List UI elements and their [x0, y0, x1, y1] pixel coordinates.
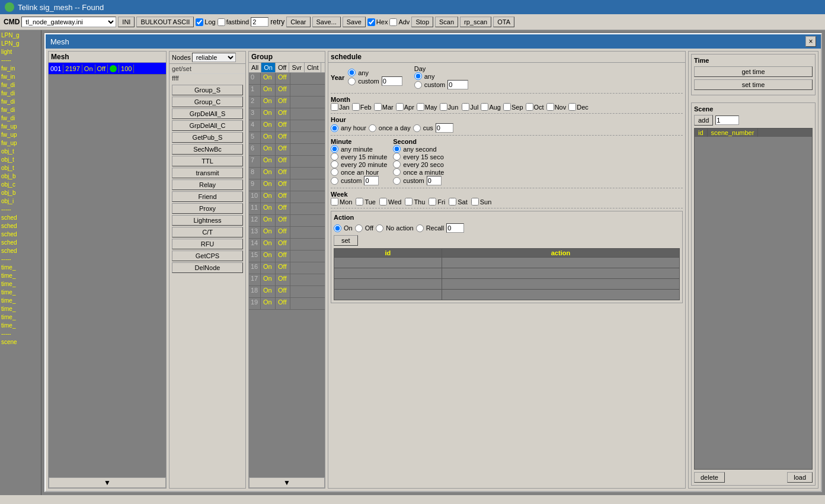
week-checkbox-mon[interactable]	[331, 198, 338, 206]
get-time-button[interactable]: get time	[694, 66, 813, 77]
ota-button[interactable]: OTA	[493, 17, 514, 27]
group-header-off[interactable]: Off	[276, 63, 289, 72]
scene-table[interactable]: id scene_number	[694, 128, 813, 470]
modal-close-button[interactable]: ×	[805, 36, 816, 47]
mesh-table[interactable]: 001 2197 On Off 100	[49, 63, 166, 477]
group-on[interactable]: On	[261, 191, 276, 203]
retry-input[interactable]	[251, 17, 268, 27]
ini-button[interactable]: INI	[118, 17, 135, 27]
group-off[interactable]: Off	[276, 251, 290, 262]
hour-once-radio[interactable]	[369, 124, 376, 132]
day-custom-input[interactable]	[447, 80, 468, 89]
min-15-radio[interactable]	[331, 153, 338, 160]
hour-any-radio[interactable]	[331, 124, 338, 132]
group-on[interactable]: On	[261, 274, 276, 285]
group-row[interactable]: 5OnOff	[249, 132, 325, 144]
group-on[interactable]: On	[261, 120, 276, 131]
group-on[interactable]: On	[261, 156, 276, 167]
nodes-btn-groups[interactable]: Group_S	[172, 85, 243, 95]
group-row[interactable]: 14OnOff	[249, 239, 325, 251]
day-any-radio[interactable]	[414, 72, 422, 80]
nodes-btn-getcps[interactable]: GetCPS	[172, 251, 243, 261]
group-row[interactable]: 16OnOff	[249, 262, 325, 274]
group-off[interactable]: Off	[276, 239, 290, 250]
year-custom-radio[interactable]	[348, 78, 356, 85]
week-checkbox-fri[interactable]	[429, 198, 436, 206]
group-row[interactable]: 2OnOff	[249, 97, 325, 108]
year-any-radio[interactable]	[348, 69, 356, 76]
ini-file-select[interactable]: tl_node_gateway.ini	[21, 17, 116, 27]
month-checkbox-oct[interactable]	[526, 103, 533, 111]
group-off[interactable]: Off	[276, 85, 290, 96]
action-recall-radio[interactable]	[416, 224, 424, 232]
log-checkbox[interactable]	[196, 18, 203, 26]
month-checkbox-jan[interactable]	[331, 103, 338, 111]
month-checkbox-sep[interactable]	[503, 103, 511, 111]
action-recall-input[interactable]	[446, 223, 464, 233]
group-header-svr[interactable]: Svr	[289, 63, 305, 72]
min-hour-radio[interactable]	[331, 168, 338, 176]
mesh-off-cell[interactable]: Off	[95, 65, 108, 73]
rp-scan-button[interactable]: rp_scan	[460, 17, 491, 27]
week-checkbox-tue[interactable]	[356, 198, 363, 206]
group-off[interactable]: Off	[276, 168, 290, 179]
group-on[interactable]: On	[261, 144, 276, 155]
day-custom-radio[interactable]	[414, 81, 422, 89]
group-on[interactable]: On	[261, 168, 276, 179]
group-on[interactable]: On	[261, 286, 276, 297]
week-checkbox-sat[interactable]	[449, 198, 456, 206]
save-dots-button[interactable]: Save...	[312, 17, 341, 27]
action-no-radio[interactable]	[376, 224, 383, 232]
group-row[interactable]: 7OnOff	[249, 156, 325, 168]
group-scroll-down[interactable]: ▼	[249, 477, 325, 488]
mesh-scroll-down[interactable]: ▼	[49, 477, 166, 488]
month-checkbox-dec[interactable]	[568, 103, 576, 111]
nodes-btn-transmit[interactable]: transmit	[172, 168, 243, 178]
nodes-btn-ct[interactable]: C/T	[172, 227, 243, 237]
month-checkbox-aug[interactable]	[481, 103, 488, 111]
group-row[interactable]: 8OnOff	[249, 168, 325, 179]
hex-checkbox[interactable]	[367, 18, 375, 26]
save-button[interactable]: Save	[343, 17, 366, 27]
mesh-on-cell[interactable]: On	[82, 65, 95, 73]
group-row[interactable]: 13OnOff	[249, 227, 325, 239]
group-row[interactable]: 18OnOff	[249, 286, 325, 298]
nodes-btn-lightness[interactable]: Lightness	[172, 215, 243, 226]
group-on[interactable]: On	[261, 227, 276, 238]
hour-custom-input[interactable]	[436, 123, 453, 133]
nodes-btn-ttl[interactable]: TTL	[172, 156, 243, 166]
group-off[interactable]: Off	[276, 274, 290, 285]
group-on[interactable]: On	[261, 179, 276, 191]
group-off[interactable]: Off	[276, 298, 290, 309]
hour-custom-radio[interactable]	[413, 124, 421, 132]
group-on[interactable]: On	[261, 85, 276, 96]
sec-minute-radio[interactable]	[393, 168, 401, 176]
group-off[interactable]: Off	[276, 120, 290, 131]
group-off[interactable]: Off	[276, 262, 290, 274]
nodes-mode-select[interactable]: reliable unreliable	[192, 53, 236, 62]
group-off[interactable]: Off	[276, 97, 290, 108]
scene-load-button[interactable]: load	[787, 472, 813, 483]
adv-checkbox[interactable]	[389, 18, 397, 26]
mesh-row[interactable]: 001 2197 On Off 100	[49, 63, 166, 75]
month-checkbox-mar[interactable]	[374, 103, 382, 111]
group-off[interactable]: Off	[276, 132, 290, 143]
scene-delete-button[interactable]: delete	[694, 472, 725, 483]
sec-15-radio[interactable]	[393, 153, 401, 160]
week-checkbox-sun[interactable]	[471, 198, 479, 206]
group-on[interactable]: On	[261, 97, 276, 108]
nodes-btn-getpubs[interactable]: GetPub_S	[172, 132, 243, 143]
group-off[interactable]: Off	[276, 215, 290, 226]
group-row[interactable]: 6OnOff	[249, 144, 325, 156]
group-row[interactable]: 12OnOff	[249, 215, 325, 227]
action-off-radio[interactable]	[355, 224, 363, 232]
group-off[interactable]: Off	[276, 108, 290, 120]
scan-button[interactable]: Scan	[435, 17, 458, 27]
min-custom-radio[interactable]	[331, 177, 338, 185]
group-on[interactable]: On	[261, 203, 276, 214]
scene-add-input[interactable]	[715, 115, 739, 125]
nodes-btn-grpdelallc[interactable]: GrpDelAll_C	[172, 120, 243, 131]
group-off[interactable]: Off	[276, 227, 290, 238]
nodes-btn-grpdelalls[interactable]: GrpDelAll_S	[172, 108, 243, 119]
group-row[interactable]: 17OnOff	[249, 274, 325, 286]
